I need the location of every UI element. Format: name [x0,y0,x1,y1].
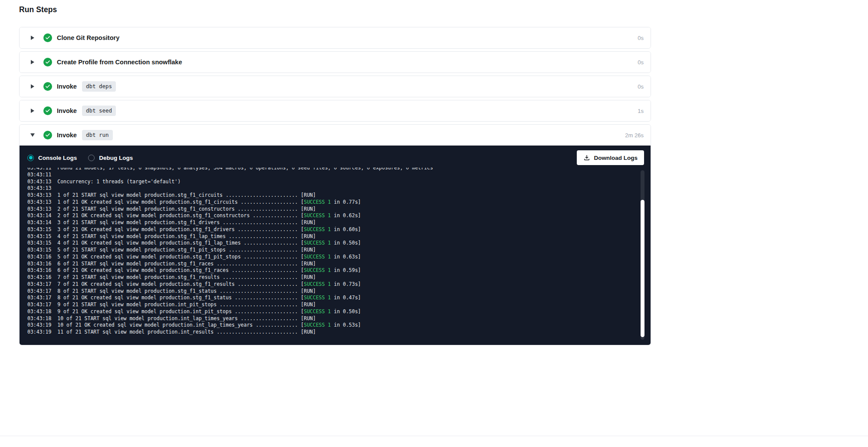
step-duration: 1s [638,108,644,114]
check-circle-icon [43,106,52,115]
log-line: 03:43:15 3 of 21 OK created sql view mod… [27,226,651,233]
console-toolbar: Console Logs Debug Logs D [20,146,651,168]
log-line: 03:43:19 11 of 21 START sql view model p… [27,329,651,336]
radio-selected-icon [27,155,34,161]
step-title: Create Profile from Connection snowflake [57,59,182,66]
log-lines: 03:43:11 Found 21 models, 17 tests, 0 sn… [27,168,651,336]
step-command-chip: dbt deps [82,81,116,92]
caret-right-icon [30,84,35,89]
log-line: 03:43:19 10 of 21 OK created sql view mo… [27,322,651,329]
log-line: 03:43:13 1 of 21 START sql view model pr… [27,192,651,199]
console-logs-panel: Console Logs Debug Logs D [20,146,651,345]
log-line: 03:43:16 6 of 21 OK created sql view mod… [27,267,651,274]
step-title: Invoke [57,132,77,139]
caret-right-icon [30,109,35,113]
download-icon [583,154,590,161]
run-step-clone-git: Clone Git Repository 0s [19,27,651,49]
radio-label: Console Logs [38,155,77,161]
step-duration: 2m 26s [625,132,644,139]
step-title: Clone Git Repository [57,34,119,41]
console-logs-radio[interactable]: Console Logs [27,155,77,161]
log-line: 03:43:17 8 of 21 START sql view model pr… [27,288,651,295]
step-title: Invoke [57,83,77,90]
check-circle-icon [43,33,52,42]
log-line: 03:43:16 5 of 21 OK created sql view mod… [27,254,651,261]
run-step-header[interactable]: Clone Git Repository 0s [20,27,651,48]
step-duration: 0s [638,59,644,66]
log-line: 03:43:17 9 of 21 START sql view model pr… [27,301,651,308]
log-line: 03:43:18 9 of 21 OK created sql view mod… [27,308,651,315]
log-type-radio-group: Console Logs Debug Logs [27,155,133,161]
log-line: 03:43:11 [27,172,651,179]
check-circle-icon [43,58,52,66]
download-logs-label: Download Logs [594,155,638,161]
log-line: 03:43:16 7 of 21 START sql view model pr… [27,274,651,281]
step-command-chip: dbt seed [82,106,116,116]
caret-down-icon [30,133,35,137]
radio-label: Debug Logs [99,155,133,161]
log-line: 03:43:14 2 of 21 OK created sql view mod… [27,212,651,219]
log-line: 03:43:17 8 of 21 OK created sql view mod… [27,295,651,301]
step-command-chip: dbt run [82,130,113,140]
log-line: 03:43:15 4 of 21 START sql view model pr… [27,233,651,240]
radio-unselected-icon [88,155,95,161]
run-steps-list: Clone Git Repository 0s Create Profile f… [19,27,651,345]
log-line: 03:43:13 Concurrency: 1 threads (target=… [27,179,651,185]
run-step-create-profile: Create Profile from Connection snowflake… [19,51,651,73]
run-steps-page: Run Steps Clone Git Repository 0s Create… [0,0,868,447]
run-step-header[interactable]: Invoke dbt seed 1s [20,100,651,121]
log-line: 03:43:11 Found 21 models, 17 tests, 0 sn… [27,168,651,172]
page-title: Run Steps [19,5,57,14]
run-step-header[interactable]: Invoke dbt run 2m 26s [20,125,651,146]
run-step-dbt-deps: Invoke dbt deps 0s [19,76,651,97]
run-step-dbt-run: Invoke dbt run 2m 26s Console Logs Debug… [19,124,651,345]
log-output[interactable]: 03:43:11 Found 21 models, 17 tests, 0 sn… [20,168,651,345]
step-duration: 0s [638,83,644,90]
log-line: 03:43:18 10 of 21 START sql view model p… [27,315,651,322]
run-step-dbt-seed: Invoke dbt seed 1s [19,100,651,122]
debug-logs-radio[interactable]: Debug Logs [88,155,133,161]
log-line: 03:43:15 4 of 21 OK created sql view mod… [27,240,651,247]
run-step-header[interactable]: Create Profile from Connection snowflake… [20,52,651,73]
check-circle-icon [43,131,52,139]
log-line: 03:43:16 6 of 21 START sql view model pr… [27,261,651,268]
check-circle-icon [43,82,52,91]
log-line: 03:43:13 [27,185,651,192]
step-title: Invoke [57,107,77,114]
caret-right-icon [30,36,35,40]
log-line: 03:43:17 7 of 21 OK created sql view mod… [27,281,651,288]
log-line: 03:43:13 2 of 21 START sql view model pr… [27,206,651,213]
console-scrollbar-track [641,170,644,340]
console-scrollbar-thumb[interactable] [641,200,644,337]
caret-right-icon [30,60,35,64]
download-logs-button[interactable]: Download Logs [577,150,644,165]
section-divider [0,436,868,436]
log-line: 03:43:14 3 of 21 START sql view model pr… [27,219,651,226]
run-step-header[interactable]: Invoke dbt deps 0s [20,76,651,97]
log-line: 03:43:15 5 of 21 START sql view model pr… [27,247,651,254]
step-duration: 0s [638,35,644,41]
log-line: 03:43:13 1 of 21 OK created sql view mod… [27,199,651,206]
